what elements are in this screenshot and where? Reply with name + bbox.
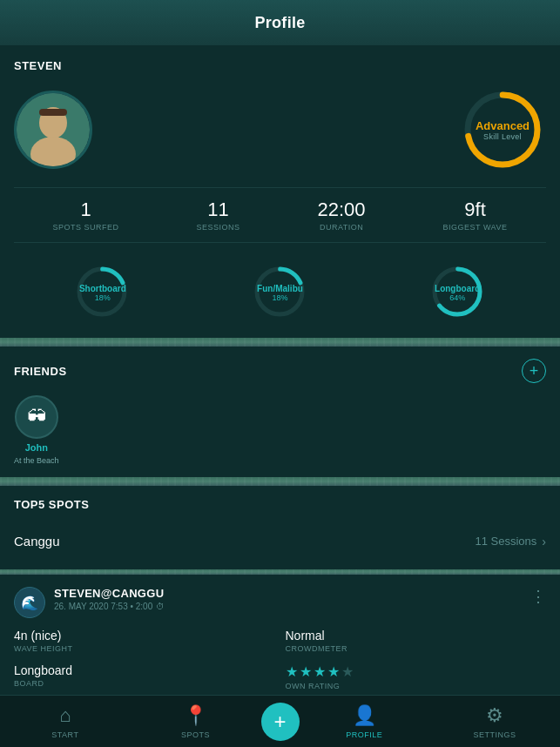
longboard-circle: Longboard 64% [429,264,486,320]
top-spots-section: TOP5 SPOTS Canggu 11 Sessions › [0,486,560,569]
session-1-details: 4n (nice) WAVE HEIGHT Normal CROWDMETER … [14,629,546,690]
stat-sessions-value: 11 [197,199,240,221]
friend-status: At the Beach [14,456,59,465]
add-friend-button[interactable]: + [522,359,546,383]
board-longboard: Longboard 64% [429,264,486,320]
stats-row: 1 SPOTS SURFED 11 SESSIONS 22:00 DURATIO… [14,187,546,243]
settings-icon: ⚙ [486,704,503,727]
session-1-icon: 🌊 [14,587,45,618]
stat-sessions-label: SESSIONS [197,223,240,232]
header-title: Profile [254,14,305,32]
board-funmalibu: Fun/Malibu 18% [252,264,308,320]
detail-crowd-value-1: Normal [286,629,547,643]
friends-section: FRIENDS + 🕶 John At the Beach [0,347,560,477]
add-button[interactable]: + [261,703,300,741]
divider-3 [0,569,560,575]
profile-main: Advanced Skill Level [14,86,546,173]
spot-row-canggu[interactable]: Canggu 11 Sessions › [14,525,546,557]
detail-rating-1: ★★★★★ OWN RATING [286,663,547,690]
session-1-title: STEVEN@CANGGU [54,587,165,600]
stat-biggest-wave: 9ft BIGGEST WAVE [443,199,508,232]
chevron-right-icon: › [542,535,546,548]
session-1-header: 🌊 STEVEN@CANGGU 26. MAY 2020 7:53 • 2:00… [14,587,546,618]
detail-crowd-1: Normal CROWDMETER [286,629,547,653]
stat-duration: 22:00 DURATION [318,199,366,232]
stat-duration-label: DURATION [318,223,366,232]
detail-wave-value-1: 4n (nice) [14,629,275,643]
stat-spots-surfed: 1 SPOTS SURFED [53,199,119,232]
content-area: STEVEN [0,45,560,695]
stat-duration-value: 22:00 [318,199,366,221]
profile-icon: 👤 [353,704,376,727]
shortboard-label: Shortboard [79,283,126,293]
funmalibu-pct: 18% [257,293,303,301]
detail-crowd-label-1: CROWDMETER [286,644,547,653]
stat-wave-value: 9ft [443,199,508,221]
spot-sessions-count: 11 Sessions [476,535,537,548]
funmalibu-label: Fun/Malibu [257,283,303,293]
skill-text: Advanced Skill Level [476,119,530,141]
detail-rating-label-1: OWN RATING [286,682,547,690]
spot-name: Canggu [14,534,60,548]
header: Profile [0,0,560,45]
nav-profile-label: PROFILE [346,730,382,739]
session-1-more-button[interactable]: ⋮ [530,587,546,606]
detail-board-value-1: Longboard [14,663,275,677]
funmalibu-circle: Fun/Malibu 18% [252,264,308,320]
profile-section: STEVEN [0,45,560,338]
session-card-1: 🌊 STEVEN@CANGGU 26. MAY 2020 7:53 • 2:00… [0,575,560,695]
session-1-left: 🌊 STEVEN@CANGGU 26. MAY 2020 7:53 • 2:00… [14,587,165,618]
detail-wave-height-1: 4n (nice) WAVE HEIGHT [14,629,275,653]
bottom-nav: ⌂ START 📍 SPOTS + 👤 PROFILE ⚙ SETTINGS [0,695,560,747]
skill-level-chart: Advanced Skill Level [459,86,546,173]
detail-board-label-1: BOARD [14,679,275,688]
longboard-label: Longboard [435,283,480,293]
nav-settings-label: SETTINGS [474,730,516,739]
svg-rect-3 [39,109,67,116]
stat-wave-label: BIGGEST WAVE [443,223,508,232]
top-spots-title: TOP5 SPOTS [14,498,546,511]
friends-list: 🕶 John At the Beach [14,395,546,465]
nav-spots[interactable]: 📍 SPOTS [131,704,261,739]
divider-1 [0,338,560,347]
nav-start[interactable]: ⌂ START [0,704,131,739]
profile-name: STEVEN [14,59,546,72]
shortboard-pct: 18% [79,293,126,301]
nav-settings[interactable]: ⚙ SETTINGS [429,704,560,739]
detail-wave-label-1: WAVE HEIGHT [14,644,275,653]
session-1-date: 26. MAY 2020 7:53 • 2:00 ⏱ [54,602,165,611]
location-icon: 📍 [184,704,207,727]
nav-start-label: START [51,730,78,739]
nav-spots-label: SPOTS [181,730,210,739]
nav-profile[interactable]: 👤 PROFILE [300,704,430,739]
avatar [14,91,92,169]
longboard-pct: 64% [435,293,480,301]
session-1-info: STEVEN@CANGGU 26. MAY 2020 7:53 • 2:00 ⏱ [54,587,165,611]
friends-title: FRIENDS [14,365,67,378]
nav-add[interactable]: + [261,703,300,741]
shortboard-circle: Shortboard 18% [74,264,131,320]
stat-spots-label: SPOTS SURFED [53,223,119,232]
spot-sessions: 11 Sessions › [476,535,547,548]
divider-2 [0,477,560,486]
stars-1: ★★★★★ [286,663,547,680]
detail-board-1: Longboard BOARD [14,663,275,690]
skill-sublabel: Skill Level [476,132,530,141]
avatar-image [17,93,90,166]
stat-sessions: 11 SESSIONS [197,199,240,232]
board-types: Shortboard 18% Fun/Malibu 18% [14,257,546,324]
home-icon: ⌂ [59,704,71,727]
friend-avatar: 🕶 [15,395,58,439]
stat-spots-value: 1 [53,199,119,221]
skill-label: Advanced [476,119,530,132]
friend-name: John [25,442,48,453]
friend-john[interactable]: 🕶 John At the Beach [14,395,59,465]
friends-header: FRIENDS + [14,359,546,383]
board-shortboard: Shortboard 18% [74,264,131,320]
